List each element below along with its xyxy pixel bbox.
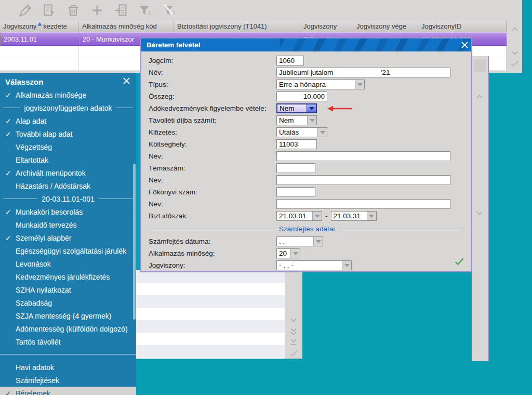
highlighted-dropdown[interactable]: Nem [276, 103, 317, 113]
chevron-down-end-icon[interactable] [288, 337, 299, 347]
sidebar-item[interactable]: ✓Munkaköri besorolás [0, 205, 136, 218]
dropdown[interactable]: Nem [276, 115, 317, 125]
dropdown[interactable]: 21.03.01 [276, 211, 322, 221]
sidebar-item[interactable]: Eltartottak [0, 153, 136, 166]
column-header[interactable]: Alkalmazás minőség kód [79, 21, 174, 32]
check-icon[interactable] [510, 58, 520, 69]
text-input[interactable] [276, 151, 450, 161]
text-input[interactable]: Jubileumi jutalom'21 [276, 68, 450, 77]
record-edit-icon[interactable] [42, 3, 57, 18]
chevron-down-icon[interactable] [290, 249, 300, 258]
sidebar-item-label: Havi adatok [16, 363, 136, 372]
chevron-down-icon[interactable] [307, 116, 316, 125]
check-icon: ✓ [0, 169, 16, 177]
sidebar-item[interactable]: Egészségügyi szolgáltatási járulék [0, 244, 136, 257]
delete-trash-icon[interactable] [65, 3, 81, 18]
sidebar-item[interactable]: Házastárs / Adóstársak [0, 179, 136, 192]
filter-icon[interactable] [137, 3, 153, 18]
sidebar-scrollbar-thumb[interactable] [133, 164, 136, 320]
sidebar-item[interactable]: Szabadság [0, 296, 136, 309]
sidebar-item-label: Számfejtések [16, 376, 136, 385]
sidebar-item[interactable]: Számfejtések [0, 374, 136, 387]
sidebar-item[interactable]: Végzettség [0, 140, 136, 153]
input-value: 1060 [279, 57, 295, 64]
dialog-field-row: Főkönyvi szám: [149, 186, 465, 198]
chevron-down-icon[interactable] [307, 104, 316, 112]
check-icon[interactable] [288, 348, 299, 359]
column-header[interactable]: Jogviszonykezdete [0, 21, 79, 32]
dropdown-value: Nem [277, 116, 307, 125]
sidebar-item[interactable]: ✓Alkalmazás minősége [0, 88, 136, 101]
text-input[interactable] [276, 187, 315, 197]
text-input[interactable] [276, 199, 450, 209]
sidebar-divider [0, 354, 136, 354]
dialog-titlebar[interactable]: Bérelem felvétel [141, 38, 471, 51]
sidebar-item[interactable]: Adómentesség (külföldön dolgozó) [0, 322, 136, 335]
column-header[interactable]: Biztosítási jogviszony (T1041) [174, 21, 300, 32]
add-plus-icon[interactable] [89, 3, 105, 18]
chevron-down-icon[interactable] [342, 261, 351, 270]
triangle-down-icon [293, 252, 298, 255]
dropdown-value: - . . - [277, 261, 342, 270]
chevron-down-icon[interactable] [312, 212, 322, 220]
dialog-field-row: Kifizetés:Utalás [149, 126, 465, 138]
chevron-down-icon[interactable] [367, 212, 376, 220]
dropdown[interactable]: . . [276, 236, 323, 246]
chevron-down-icon[interactable] [355, 80, 364, 89]
dropdown[interactable]: 20 [276, 248, 300, 258]
dialog-title: Bérelem felvétel [141, 41, 458, 49]
edit-pencil-icon[interactable] [18, 3, 33, 18]
chevron-down-icon[interactable] [288, 315, 299, 325]
text-input[interactable]: 11003 [276, 139, 317, 149]
sidebar-item[interactable]: ✓Bérelemek [0, 387, 136, 395]
sidebar-item-label: További alap adat [16, 130, 136, 138]
sidebar-item[interactable]: Kedvezményes járulékfizetés [0, 270, 136, 283]
chevron-down-icon[interactable] [313, 237, 323, 246]
text-input[interactable] [276, 163, 315, 173]
dropdown[interactable]: - . . - [276, 260, 352, 270]
section-title: Számfejtés adatai [279, 225, 335, 233]
close-icon[interactable] [458, 38, 471, 51]
field-label: Név: [149, 152, 276, 160]
clear-filter-icon[interactable] [161, 3, 177, 18]
dropdown[interactable]: Erre a hónapra [276, 80, 365, 89]
sidebar-item-label: Végzettség [16, 143, 136, 151]
chevron-up-icon[interactable] [474, 91, 485, 102]
sidebar-menu: Válasszon ✓Alkalmazás minőségejogviszony… [0, 73, 136, 395]
field-label: Típus: [149, 81, 276, 88]
chevron-up-icon[interactable] [510, 24, 520, 34]
column-header[interactable]: Jogviszony vége [353, 21, 418, 32]
sidebar-item[interactable]: Munkaidő tervezés [0, 218, 136, 231]
list-item [136, 345, 285, 358]
text-input[interactable]: 1060 [276, 56, 304, 65]
sidebar-item[interactable]: Levonások [0, 257, 136, 270]
chevron-down-icon[interactable] [317, 128, 327, 137]
sidebar-item-label: Szabadság [16, 299, 136, 307]
sidebar-item[interactable]: ✓További alap adat [0, 127, 136, 140]
background-window-close-button[interactable] [474, 59, 486, 72]
text-input[interactable]: 10.000 [276, 91, 327, 101]
confirm-check-icon[interactable] [454, 256, 465, 267]
dropdown[interactable]: 21.03.31 [331, 211, 377, 221]
column-header[interactable]: JogviszonyID [418, 21, 507, 32]
sidebar-item[interactable]: ✓Alap adat [0, 114, 136, 127]
chevron-double-down-icon[interactable] [288, 326, 299, 337]
sidebar-item[interactable]: SZHA nyilatkozat [0, 283, 136, 296]
sidebar-item[interactable]: ✓Személyi alapbér [0, 231, 136, 244]
dropdown-value: 21.03.31 [331, 212, 367, 220]
import-document-icon[interactable] [113, 3, 129, 18]
separator-line [339, 229, 465, 229]
close-icon[interactable] [122, 76, 131, 87]
sidebar-item-label: SZJA mentesség (4 gyermek) [16, 312, 136, 320]
text-input[interactable] [276, 175, 450, 185]
dropdown[interactable]: Utalás [276, 127, 327, 137]
sidebar-item-label: Levonások [16, 260, 136, 268]
sidebar-item[interactable]: Tartós távollét [0, 335, 136, 348]
sidebar-item[interactable]: ✓Archivált menüpontok [0, 166, 136, 179]
chevron-down-icon[interactable] [510, 48, 520, 58]
triangle-down-icon [310, 119, 315, 122]
chevron-down-icon[interactable] [474, 208, 485, 218]
sidebar-item[interactable]: Havi adatok [0, 361, 136, 374]
column-header[interactable]: Jogviszony [300, 21, 353, 32]
sidebar-item[interactable]: SZJA mentesség (4 gyermek) [0, 309, 136, 322]
